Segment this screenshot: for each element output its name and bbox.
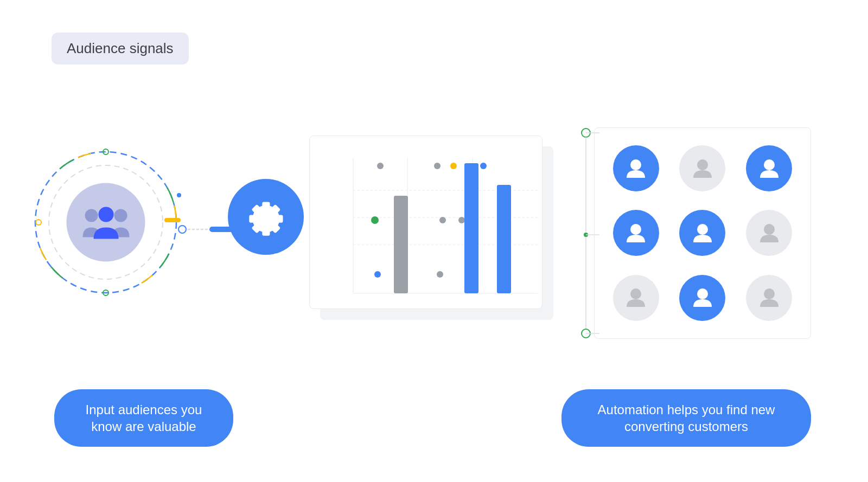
svg-point-12: [178, 226, 186, 233]
user-icon-9: [756, 284, 783, 311]
svg-point-27: [439, 217, 446, 223]
user-avatar-2: [679, 145, 725, 191]
user-avatar-9: [746, 275, 792, 321]
user-avatar-3: [746, 145, 792, 191]
svg-point-44: [764, 159, 775, 170]
svg-point-9: [85, 209, 98, 222]
svg-point-29: [374, 271, 381, 278]
user-icon-3: [756, 155, 783, 182]
gear-icon: [243, 194, 289, 240]
user-icon-1: [622, 155, 649, 182]
user-avatar-7: [613, 275, 659, 321]
svg-point-49: [697, 288, 708, 299]
input-audiences-button[interactable]: Input audiences you know are valuable: [54, 389, 233, 447]
svg-point-6: [36, 220, 41, 225]
svg-point-48: [630, 288, 641, 299]
user-icon-6: [756, 220, 783, 247]
svg-point-43: [697, 159, 708, 170]
input-audiences-label: Input audiences you know are valuable: [86, 402, 202, 434]
user-avatar-4: [613, 210, 659, 256]
svg-point-42: [630, 159, 641, 170]
svg-rect-33: [497, 185, 511, 293]
user-avatar-5: [679, 210, 725, 256]
svg-point-8: [177, 193, 181, 197]
svg-point-10: [114, 209, 127, 222]
chart-foreground: [309, 136, 542, 309]
people-icon: [81, 203, 130, 241]
user-icon-7: [622, 284, 649, 311]
user-icon-4: [622, 220, 649, 247]
svg-rect-31: [394, 196, 408, 293]
svg-point-50: [764, 288, 775, 299]
audience-circle-container: [30, 146, 182, 298]
automation-label: Automation helps you find new converting…: [598, 402, 775, 434]
audience-signals-badge: Audience signals: [52, 33, 189, 65]
svg-point-45: [630, 224, 641, 235]
gear-section: [228, 179, 304, 255]
user-grid: [594, 127, 811, 339]
user-avatar-8: [679, 275, 725, 321]
chart-svg: [310, 136, 542, 309]
svg-point-30: [437, 271, 443, 278]
center-audience-circle: [67, 183, 145, 262]
svg-point-26: [371, 216, 379, 224]
user-avatar-1: [613, 145, 659, 191]
user-avatar-6: [746, 210, 792, 256]
svg-point-25: [480, 163, 487, 169]
svg-point-28: [458, 217, 465, 223]
badge-label: Audience signals: [67, 40, 174, 56]
audience-circle-section: [30, 146, 182, 298]
svg-point-46: [697, 224, 708, 235]
svg-point-23: [434, 163, 441, 169]
automation-button[interactable]: Automation helps you find new converting…: [561, 389, 811, 447]
svg-rect-32: [464, 163, 478, 293]
user-icon-5: [689, 220, 716, 247]
chart-panel: [309, 125, 559, 320]
svg-point-24: [450, 163, 457, 169]
user-icon-2: [689, 155, 716, 182]
gear-circle: [228, 179, 304, 255]
svg-point-47: [764, 224, 775, 235]
svg-point-22: [377, 163, 384, 169]
user-icon-8: [689, 284, 716, 311]
svg-point-11: [98, 207, 113, 222]
